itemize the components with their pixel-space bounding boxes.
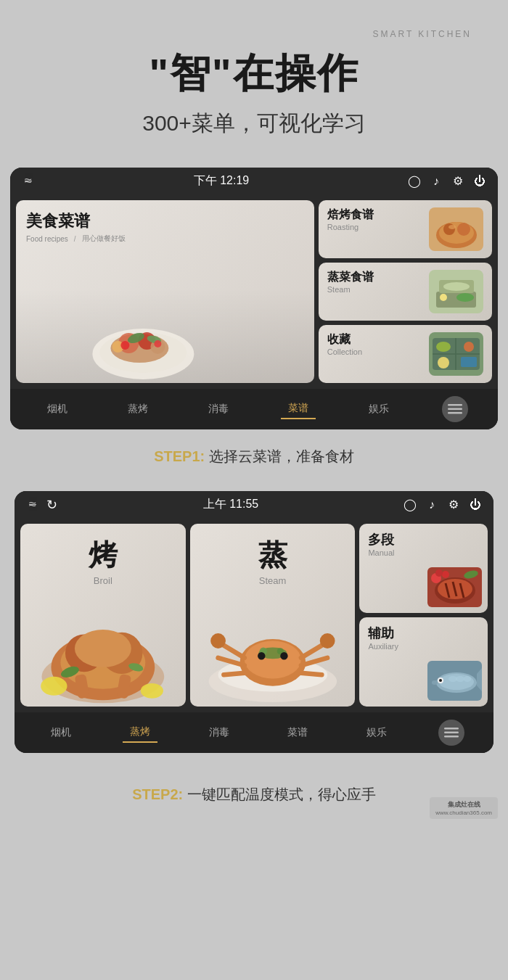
- volume-icon-1: ♪: [430, 175, 443, 188]
- step1-number: STEP1:: [154, 448, 205, 464]
- timer-icon-1: ◯: [408, 175, 421, 188]
- brand-label: SMART KITCHEN: [15, 29, 493, 39]
- broil-title: 烤: [89, 535, 118, 575]
- steam-card[interactable]: 蒸菜食谱 Steam: [319, 263, 492, 321]
- broil-sub: Broil: [94, 575, 112, 586]
- status-left-2: ≈ ↻: [26, 498, 58, 511]
- svg-point-28: [464, 342, 474, 352]
- nav-zhengkao[interactable]: 蒸烤: [120, 400, 155, 419]
- steam2-card[interactable]: 蒸 Steam: [190, 524, 356, 707]
- roasting-title: 焙烤食谱: [327, 207, 374, 223]
- step1-text: STEP1: 选择云菜谱，准备食材: [0, 429, 508, 484]
- status-bar-2: ≈ ↻ 上午 11:55 ◯ ♪ ⚙ ⏻: [15, 491, 493, 518]
- step2-desc: 一键匹配温度模式，得心应手: [187, 786, 376, 802]
- roasting-sub: Roasting: [327, 223, 374, 231]
- multistage-sub: Manual: [368, 548, 479, 557]
- screen2-mockup: ≈ ↻ 上午 11:55 ◯ ♪ ⚙ ⏻ 烤 Broil: [15, 491, 493, 753]
- step2-number: STEP2:: [132, 786, 183, 802]
- svg-point-42: [41, 677, 67, 696]
- recipe-main-sub: Food recipes / 用心做餐好饭: [26, 234, 304, 244]
- status-right-2: ◯ ♪ ⚙ ⏻: [403, 498, 482, 511]
- svg-point-21: [440, 294, 447, 301]
- gear-icon-2: ⚙: [447, 498, 460, 511]
- broil-image: [28, 590, 179, 707]
- svg-rect-30: [461, 357, 477, 367]
- multistage-card[interactable]: 多段 Manual: [359, 524, 488, 613]
- nav-menu-btn-1[interactable]: [442, 396, 468, 422]
- svg-line-52: [224, 673, 245, 675]
- nav-yule[interactable]: 娱乐: [361, 400, 396, 419]
- sub-title: 300+菜单，可视化学习: [15, 109, 493, 139]
- recipe-main-card[interactable]: 美食菜谱 Food recipes / 用心做餐好饭: [16, 200, 314, 383]
- svg-point-15: [457, 223, 470, 236]
- bottom-nav-1: 烟机 蒸烤 消毒 菜谱 娱乐: [10, 389, 498, 429]
- multistage-title: 多段: [368, 531, 479, 548]
- no-wifi-icon-2: ≈: [26, 498, 39, 511]
- svg-point-57: [319, 633, 335, 648]
- svg-point-70: [442, 571, 449, 578]
- svg-point-81: [464, 676, 471, 682]
- nav2-yanji[interactable]: 烟机: [44, 723, 78, 742]
- nav2-caicheng[interactable]: 菜谱: [280, 723, 315, 742]
- watermark-line2: www.chudian365.com: [435, 810, 492, 816]
- svg-line-53: [301, 643, 324, 657]
- gear-icon-1: ⚙: [451, 175, 464, 188]
- svg-point-10: [154, 340, 161, 347]
- timer-icon-2: ◯: [403, 498, 417, 511]
- svg-rect-32: [448, 408, 462, 411]
- svg-point-78: [439, 679, 442, 682]
- nav-caicheng[interactable]: 菜谱: [281, 399, 316, 419]
- nav-menu-btn-2[interactable]: [438, 720, 464, 746]
- recipe-right-cards: 焙烤食谱 Roasting: [319, 200, 492, 383]
- nav2-yule[interactable]: 娱乐: [359, 723, 394, 742]
- svg-point-62: [280, 652, 287, 659]
- svg-point-29: [438, 357, 449, 368]
- collection-sub: Collection: [327, 347, 362, 356]
- watermark-line1: 集成灶在线: [435, 800, 492, 810]
- broil-card[interactable]: 烤 Broil: [20, 524, 186, 707]
- svg-rect-85: [444, 736, 459, 738]
- auxiliary-card[interactable]: 辅助 Auxiliary: [359, 617, 488, 707]
- nav-xiaodu[interactable]: 消毒: [201, 400, 236, 419]
- right-small-cards: 多段 Manual: [359, 524, 488, 707]
- auxiliary-title: 辅助: [368, 625, 479, 642]
- svg-line-50: [221, 643, 244, 657]
- svg-line-55: [301, 673, 322, 675]
- main-title: "智"在操作: [15, 46, 493, 102]
- status-bar-1: ≈ 下午 12:19 ◯ ♪ ⚙ ⏻: [10, 168, 498, 194]
- multistage-image: [427, 567, 482, 607]
- svg-point-20: [443, 282, 470, 291]
- refresh-icon-2: ↻: [45, 498, 58, 511]
- status-left-1: ≈: [22, 175, 35, 188]
- steam-title: 蒸菜食谱: [327, 270, 374, 285]
- status-right-1: ◯ ♪ ⚙ ⏻: [408, 175, 486, 188]
- svg-point-16: [448, 225, 456, 229]
- svg-point-22: [456, 293, 474, 302]
- status-time-1: 下午 12:19: [194, 173, 249, 189]
- volume-icon-2: ♪: [425, 498, 438, 511]
- svg-point-39: [75, 630, 131, 667]
- auxiliary-sub: Auxiliary: [368, 642, 479, 651]
- screen1-mockup: ≈ 下午 12:19 ◯ ♪ ⚙ ⏻ 美食菜谱 Food recipes / 用…: [10, 168, 498, 429]
- svg-point-27: [436, 342, 451, 352]
- nav-yanji[interactable]: 烟机: [40, 400, 75, 419]
- no-wifi-icon: ≈: [22, 175, 35, 188]
- collection-title: 收藏: [327, 332, 362, 347]
- svg-point-9: [120, 341, 129, 350]
- steam2-image: [197, 590, 348, 707]
- roasting-card[interactable]: 焙烤食谱 Roasting: [319, 200, 492, 258]
- nav2-xiaodu[interactable]: 消毒: [202, 723, 237, 742]
- svg-rect-31: [448, 404, 462, 406]
- power-icon-1: ⏻: [473, 175, 486, 188]
- collection-card[interactable]: 收藏 Collection: [319, 325, 492, 383]
- recipe-main-image: [16, 289, 314, 383]
- steam-image: [429, 270, 483, 313]
- auxiliary-image: [427, 661, 482, 701]
- screen1-content: 美食菜谱 Food recipes / 用心做餐好饭: [10, 194, 498, 389]
- steam2-title: 蒸: [258, 535, 287, 575]
- recipe-main-title: 美食菜谱: [26, 210, 304, 232]
- svg-point-49: [245, 641, 301, 679]
- nav2-zhengkao[interactable]: 蒸烤: [123, 722, 157, 743]
- svg-rect-84: [444, 731, 459, 733]
- svg-rect-83: [444, 728, 459, 730]
